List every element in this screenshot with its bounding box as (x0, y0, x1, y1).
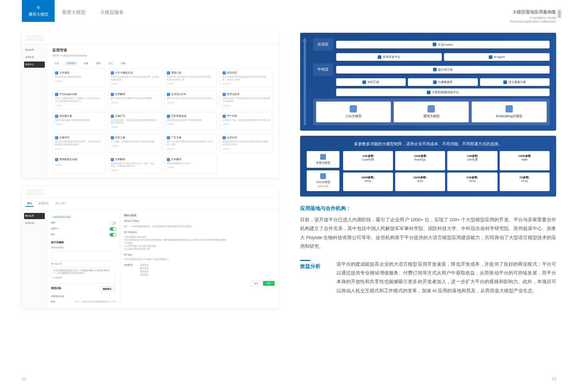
app-desc: 智能生成有趣吸引眼球的朋友圈文案 (55, 119, 103, 122)
app-card[interactable]: 文案续写提供文本智能续写支持至2000字，2023年全新升级模型支持续写风格选择… (52, 134, 105, 152)
sidebar-item[interactable]: 应用市场 (24, 54, 45, 60)
app-card[interactable]: 文本摘要对长文本进行智能摘要提取收藏/使用 (52, 69, 105, 87)
app-title: 文案扩写 (115, 115, 125, 118)
tab-debug[interactable]: 调试 (25, 201, 34, 207)
tab-general-model[interactable]: ⚛通用大模型 (22, 0, 55, 22)
app-title: 知识问答 (227, 71, 237, 75)
app-footer: 立即使用 (111, 169, 158, 171)
app-desc: 基于大模型的文档翻译与润色增强文档翻译 (111, 97, 158, 100)
app-card[interactable]: 文本翻译帮助需要翻译的文本片段立即使用 (164, 155, 217, 174)
model-chip[interactable]: medne-003-small (51, 215, 72, 219)
app-card[interactable]: 文档翻译支持多种语言互译支持中英日韩、中西、中法、中德、中俄等多语种互译立即使用 (108, 155, 161, 174)
app-desc: 快速生成一份高质量可以直接提升效率的周报，快速总结本周工作 (167, 76, 215, 81)
app-card[interactable]: 产品Slogan文案只需一秒就能帮你写一句朗朗上口的产品slogan，让产品脱颖… (52, 90, 105, 109)
settings-label: 模型 (51, 221, 55, 225)
app-footer: 立即使用 (167, 83, 215, 85)
card-icon (362, 80, 366, 84)
app-icon (223, 71, 226, 75)
section-title: 增强功能编辑预设 (51, 286, 116, 292)
edit-preset-button[interactable]: 编辑预设 (99, 286, 115, 292)
filter-tab[interactable]: 兴趣 (119, 61, 127, 66)
app-title: 产品Slogan文案 (59, 93, 77, 96)
app-title: 问答方案 (115, 136, 125, 139)
app-logo (25, 189, 44, 195)
app-desc: 人工智能，快速解答专业知识了解答案类问题 (111, 140, 158, 143)
app-desc: 帮助需要翻译的文本片段 (167, 162, 215, 165)
app-title: PPT大纲 (227, 115, 237, 118)
param-row: 操作设置 (140, 273, 149, 277)
preview-title: 调试与预览 (124, 214, 275, 217)
sidebar-item[interactable]: 我的应用 (24, 47, 45, 53)
layer-card: 提示词工程 (336, 66, 550, 74)
app-footer: 收藏/使用 (223, 83, 270, 85)
tab-api[interactable]: 运行 API (54, 201, 67, 207)
app-title: 小红书爆款生成 (115, 71, 133, 75)
app-card[interactable]: 写作风格改造帮助你将文本改写成不同的写作风格立即使用 (164, 112, 217, 131)
textarea-sys[interactable] (51, 251, 116, 261)
section-title: 提示词编辑 (51, 241, 116, 244)
architecture-diagram: 应用层企业Copilot应用开发平台AI Agent中间层提示词工程知识工程向量… (300, 33, 557, 131)
layer-card: 知识工程 (336, 78, 406, 86)
app-card[interactable]: 文案扩写支持文案创作，智能扩写文案支持多种风格及要求的文案写作立即使用 (108, 112, 161, 131)
filter-tab[interactable]: 行业 (52, 61, 61, 66)
doc-title: 大模型落地应用案例集 (510, 9, 556, 15)
model-card: 小白大模型 (316, 102, 391, 122)
app-card[interactable]: 程序员助手AI程序员助手可帮助你快速生成代码逻辑完成编程任务和调试收藏/使用 (220, 90, 273, 109)
sidebar-item[interactable]: 我的应用 (24, 213, 45, 219)
filter-tab[interactable]: 客服 (82, 61, 90, 66)
accent-bar (300, 260, 310, 261)
card-icon (489, 55, 492, 59)
app-card[interactable]: 文档翻译基于大模型的文档翻译与润色增强文档翻译立即使用 (108, 90, 161, 109)
app-card[interactable]: 会议纪要根据会议内容自动提取会议纪要包含会议主题重点内容后续安排立即使用 (220, 134, 273, 152)
clear-button[interactable]: 清空 (251, 281, 262, 286)
layer-card: 企业Copilot (336, 41, 550, 48)
sidebar-item-active[interactable]: 设置中心 (24, 62, 45, 68)
filter-tab-active[interactable]: 效率助手 (65, 61, 78, 66)
app-card[interactable]: 朋友圈文案智能生成有趣吸引眼球的朋友圈文案立即使用 (52, 112, 105, 131)
app-card[interactable]: 问答方案人工智能，快速解答专业知识了解答案类问题立即使用 (108, 134, 161, 152)
app-card[interactable]: 广告文案输入产品名称关键词生成符合营销需求的广告语推广内容立即使用 (164, 134, 217, 152)
card-icon (378, 55, 381, 59)
app-icon (55, 93, 58, 96)
sidebar-item[interactable]: 应用市场 (24, 220, 45, 226)
app-desc: 帮助你将文本改写成不同的写作风格 (167, 119, 215, 122)
textarea-user[interactable]: 大语言模型无疑是近年来人工智能领域最令人激动的突破之一；不仅规模庞大尤其是在知识… (51, 267, 116, 284)
toggle[interactable] (110, 227, 116, 231)
model-category: 小白大模型通用大模型 (307, 170, 339, 191)
app-icon (223, 136, 226, 139)
app-card[interactable]: 新闻标题生成器立即使用 (52, 155, 105, 174)
send-button[interactable]: 发送 (263, 281, 275, 286)
tab-params[interactable]: 参数配置 (37, 201, 50, 207)
toggle[interactable] (110, 221, 116, 225)
layer-label: 应用层 (313, 38, 333, 51)
app-icon (111, 136, 114, 139)
app-card[interactable]: 小红书爆款生成AI帮您写火爆出圈小红书笔记标题及内容，自动写出爆款内容立即使用 (108, 69, 161, 87)
tab-vertical-model[interactable]: 垂类大模型 (55, 0, 93, 19)
app-title: 朋友圈文案 (59, 115, 72, 118)
sys-preview-label: 系统提示词预览 (124, 219, 275, 223)
filter-tabs: 行业 效率助手 客服 营销 办公 兴趣 (52, 61, 273, 66)
top-tabs: ⚛通用大模型 垂类大模型 大模型服务 (22, 0, 131, 22)
app-card[interactable]: 生成SQL语句通过自然语言快速转化为可执行的SQL查询语句立即使用 (164, 90, 217, 109)
filter-tab[interactable]: 办公 (106, 61, 115, 66)
input-label: 用户输入 (124, 253, 275, 257)
toggle[interactable] (110, 233, 116, 237)
screenshot-debug-preview: 调试 参数配置 运行 API 我的应用 应用市场 medne-003-small… (22, 187, 278, 308)
app-desc: 通过自然语言快速转化为可执行的SQL查询语句 (167, 97, 215, 100)
tab-model-service[interactable]: 大模型服务 (93, 0, 131, 19)
app-icon (55, 115, 58, 118)
filter-tab[interactable]: 营销 (94, 61, 103, 66)
config-tabs: 调试 参数配置 运行 API (22, 198, 278, 210)
card-icon (433, 43, 436, 46)
param-row: 模型设置 (140, 270, 149, 273)
model-icon (506, 105, 513, 112)
app-title: 文本翻译 (171, 158, 181, 161)
sidebar: 我的应用 应用市场 (22, 210, 47, 308)
app-card[interactable]: 知识问答基于本地知识库快速检索提供专业知识问答服务，支持多人协作收藏/使用 (220, 69, 273, 87)
app-desc: 基于本地知识库快速检索提供专业知识问答服务，支持多人协作 (223, 76, 270, 81)
app-desc: 根据会议内容自动提取会议纪要包含会议主题重点内容后续安排 (223, 140, 270, 146)
app-card[interactable]: 周报小助快速生成一份高质量可以直接提升效率的周报，快速总结本周工作立即使用 (164, 69, 217, 87)
model-card: Embedding大模型 (472, 102, 547, 122)
user-preview-label: 用户问题预览 (124, 231, 275, 234)
app-card[interactable]: PPT大纲仅需输入主题，快速生成清晰完整的PPT结构大纲立即使用 (220, 112, 273, 131)
